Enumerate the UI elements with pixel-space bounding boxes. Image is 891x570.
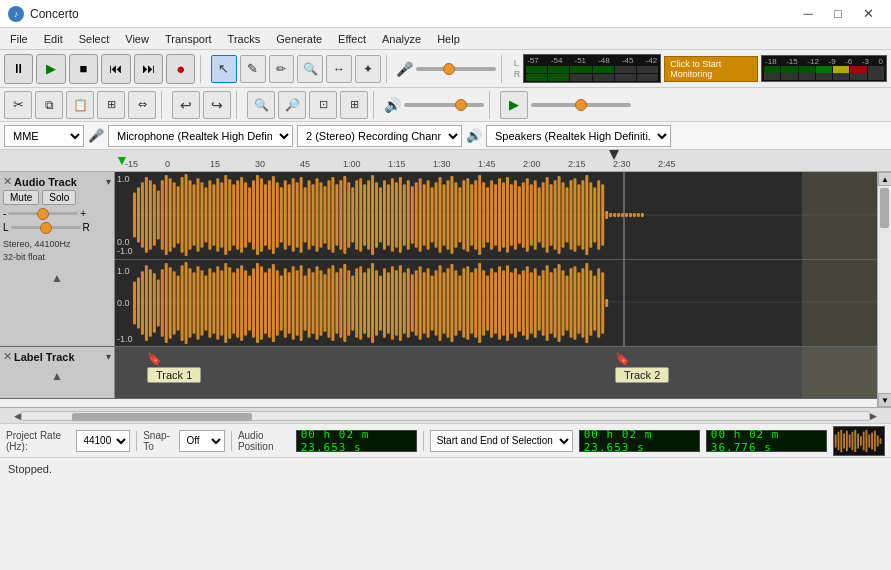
svg-rect-136 bbox=[153, 273, 156, 332]
hscroll-right-arrow[interactable]: ▶ bbox=[870, 411, 877, 421]
input-gain-slider[interactable] bbox=[416, 67, 496, 71]
copy-button[interactable]: ⧉ bbox=[35, 91, 63, 119]
cut-button[interactable]: ✂ bbox=[4, 91, 32, 119]
time-display-2[interactable]: 00 h 02 m 23.653 s bbox=[579, 430, 700, 452]
timeshift-tool[interactable]: ↔ bbox=[326, 55, 352, 83]
next-button[interactable]: ⏭ bbox=[134, 54, 163, 84]
timeline-ruler[interactable]: ▼ -15 0 15 30 45 1:00 1:15 1:30 1:45 2:0… bbox=[0, 150, 891, 172]
audio-track-waveform[interactable]: 1.0 0.0 -1.0 1.0 0.0 -1.0 bbox=[115, 172, 877, 346]
svg-rect-16 bbox=[193, 184, 196, 245]
svg-rect-51 bbox=[331, 177, 334, 253]
maximize-button[interactable]: □ bbox=[823, 0, 853, 28]
solo-button[interactable]: Solo bbox=[42, 190, 76, 205]
scroll-track-vertical[interactable] bbox=[878, 186, 891, 393]
svg-rect-48 bbox=[319, 182, 322, 248]
envelope-tool[interactable]: ✎ bbox=[240, 55, 266, 83]
label-track-content[interactable]: 🔖 Track 1 🔖 Track 2 bbox=[115, 347, 877, 398]
svg-rect-117 bbox=[593, 187, 596, 242]
pause-button[interactable]: ⏸ bbox=[4, 54, 33, 84]
hscroll-track[interactable] bbox=[21, 411, 870, 421]
multi-tool[interactable]: ✦ bbox=[355, 55, 381, 83]
scroll-up-arrow[interactable]: ▲ bbox=[878, 172, 891, 186]
track2-label-text[interactable]: Track 2 bbox=[615, 367, 669, 383]
redo-button[interactable]: ↪ bbox=[203, 91, 231, 119]
svg-rect-242 bbox=[573, 266, 576, 340]
collapse-icon[interactable]: ▲ bbox=[51, 271, 63, 285]
paste-button[interactable]: 📋 bbox=[66, 91, 94, 119]
track-pan-slider[interactable] bbox=[11, 226, 81, 229]
track1-label[interactable]: 🔖 Track 1 bbox=[147, 352, 201, 383]
menu-edit[interactable]: Edit bbox=[36, 31, 71, 47]
zoom-sel-button[interactable]: ⊡ bbox=[309, 91, 337, 119]
svg-rect-143 bbox=[181, 265, 184, 341]
svg-rect-106 bbox=[550, 184, 553, 245]
driver-select[interactable]: MME bbox=[4, 125, 84, 147]
scale-top: 1.0 bbox=[117, 174, 130, 184]
monitoring-area[interactable]: Click to Start Monitoring bbox=[664, 56, 758, 82]
svg-rect-158 bbox=[240, 265, 243, 341]
menu-help[interactable]: Help bbox=[429, 31, 468, 47]
menu-file[interactable]: File bbox=[2, 31, 36, 47]
draw-tool[interactable]: ✏ bbox=[269, 55, 295, 83]
zoom-fit-button[interactable]: ⊞ bbox=[340, 91, 368, 119]
hscroll-left-arrow[interactable]: ◀ bbox=[14, 411, 21, 421]
select-tool[interactable]: ↖ bbox=[211, 55, 237, 83]
label-track-close[interactable]: ✕ bbox=[3, 350, 12, 363]
svg-rect-63 bbox=[379, 187, 382, 242]
speaker-select[interactable]: Speakers (Realtek High Definiti... bbox=[486, 125, 671, 147]
menu-transport[interactable]: Transport bbox=[157, 31, 220, 47]
undo-button[interactable]: ↩ bbox=[172, 91, 200, 119]
output-gain-slider[interactable] bbox=[404, 103, 484, 107]
svg-rect-230 bbox=[526, 266, 529, 340]
menu-generate[interactable]: Generate bbox=[268, 31, 330, 47]
stop-button[interactable]: ■ bbox=[69, 54, 98, 84]
play-speed-slider[interactable] bbox=[531, 103, 631, 107]
play-button[interactable]: ▶ bbox=[36, 54, 65, 84]
record-button[interactable]: ● bbox=[166, 54, 195, 84]
svg-rect-165 bbox=[268, 268, 271, 338]
snap-to-select[interactable]: Off bbox=[179, 430, 225, 452]
zoom-tool[interactable]: 🔍 bbox=[297, 55, 323, 83]
svg-rect-179 bbox=[323, 274, 326, 331]
track-gain-slider[interactable] bbox=[8, 212, 78, 215]
project-rate-select[interactable]: 44100 bbox=[76, 430, 130, 452]
svg-rect-149 bbox=[204, 275, 207, 330]
vertical-scrollbar[interactable]: ▲ ▼ bbox=[877, 172, 891, 407]
mic-device-select[interactable]: Microphone (Realtek High Defini... bbox=[108, 125, 293, 147]
scroll-down-arrow[interactable]: ▼ bbox=[878, 393, 891, 407]
menu-analyze[interactable]: Analyze bbox=[374, 31, 429, 47]
trim-button[interactable]: ⊞ bbox=[97, 91, 125, 119]
zoom-out-button[interactable]: 🔍 bbox=[247, 91, 275, 119]
close-button[interactable]: ✕ bbox=[853, 0, 883, 28]
prev-button[interactable]: ⏮ bbox=[101, 54, 130, 84]
menu-select[interactable]: Select bbox=[71, 31, 118, 47]
track2-label[interactable]: 🔖 Track 2 bbox=[615, 352, 669, 383]
svg-rect-69 bbox=[403, 184, 406, 245]
svg-rect-225 bbox=[506, 265, 509, 341]
time-display-3[interactable]: 00 h 02 m 36.776 s bbox=[706, 430, 827, 452]
silence-button[interactable]: ⇔ bbox=[128, 91, 156, 119]
hscroll-thumb[interactable] bbox=[72, 413, 252, 421]
svg-rect-180 bbox=[327, 268, 330, 338]
time-display-1[interactable]: 00 h 02 m 23.653 s bbox=[296, 430, 417, 452]
track-close-icon[interactable]: ✕ bbox=[3, 175, 12, 188]
selection-type-select[interactable]: Start and End of Selection bbox=[430, 430, 573, 452]
menu-effect[interactable]: Effect bbox=[330, 31, 374, 47]
svg-rect-235 bbox=[546, 265, 549, 341]
zoom-in-button[interactable]: 🔎 bbox=[278, 91, 306, 119]
menu-tracks[interactable]: Tracks bbox=[220, 31, 269, 47]
minimize-button[interactable]: ─ bbox=[793, 0, 823, 28]
label-track-menu[interactable]: ▾ bbox=[106, 351, 111, 362]
play-at-speed-button[interactable]: ▶ bbox=[500, 91, 528, 119]
track1-label-text[interactable]: Track 1 bbox=[147, 367, 201, 383]
svg-rect-28 bbox=[240, 177, 243, 253]
channels-select[interactable]: 2 (Stereo) Recording Channels bbox=[297, 125, 462, 147]
svg-rect-5 bbox=[149, 180, 152, 250]
label-collapse-icon[interactable]: ▲ bbox=[51, 369, 63, 383]
svg-rect-201 bbox=[411, 274, 414, 331]
menu-view[interactable]: View bbox=[117, 31, 157, 47]
track-menu-icon[interactable]: ▾ bbox=[106, 176, 111, 187]
svg-rect-87 bbox=[474, 180, 477, 250]
scroll-thumb-vertical[interactable] bbox=[880, 188, 889, 228]
mute-button[interactable]: Mute bbox=[3, 190, 39, 205]
